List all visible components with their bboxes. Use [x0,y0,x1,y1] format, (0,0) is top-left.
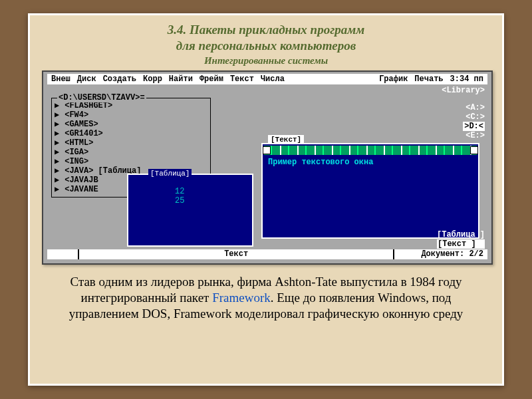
statusbar: Текст Документ: 2/2 [47,249,487,259]
label-text[interactable]: [Текст ] [437,239,485,249]
caption-link: Framework [212,291,271,305]
file-item: ▶ <GAMES> [55,120,207,129]
title-line2: для персональных компьютеров [42,38,490,54]
menu-text[interactable]: Текст [230,74,254,84]
file-item: ▶ <ING> [55,157,207,166]
menu-frame[interactable]: Фрейм [200,74,223,84]
table-value: 25 [175,196,252,205]
label-table[interactable]: [Таблица ] [437,230,485,239]
file-window-path: <D:\USERSD\TZAVV>= [57,93,146,102]
subtitle: Интегрированные системы [42,55,490,66]
clock: 3:34 пп [450,74,483,84]
menu-print[interactable]: Печать [414,74,443,84]
drive-a[interactable]: <A:> [463,103,485,112]
table-window-title: [Таблица] [148,169,192,178]
text-window-content: Пример текстового окна [263,156,478,168]
menu-korr[interactable]: Корр [143,74,162,84]
menu-vnesh[interactable]: Внеш [51,74,70,84]
text-window-ruler [264,146,477,155]
menu-numbers[interactable]: Числа [261,74,285,84]
file-item: ▶ <IGA> [55,148,207,157]
library-label: <Library> [442,86,485,95]
menu-create[interactable]: Создать [103,74,136,84]
slide: 3.4. Пакеты прикладных программ для перс… [28,13,504,386]
drive-d[interactable]: >D:< [463,122,485,131]
table-window[interactable]: [Таблица] 12 25 [127,174,253,247]
status-doc: Документ: 2/2 [421,249,483,259]
menubar: Внеш Диск Создать Корр Найти Фрейм Текст… [47,74,487,84]
file-item: ▶ <HTML> [55,138,207,148]
file-item: ▶ <FLASHGET> [55,101,207,110]
menu-disk[interactable]: Диск [77,74,96,84]
file-item: ▶ <GR1401> [55,129,207,138]
caption: Став одним из лидеров рынка, фирма Ashto… [42,274,490,323]
text-window-tab: [Текст] [268,135,304,144]
dos-screenshot: Внеш Диск Создать Корр Найти Фрейм Текст… [42,70,493,265]
menu-graph[interactable]: График [379,74,408,84]
title-line1: 3.4. Пакеты прикладных программ [42,22,490,38]
table-value: 12 [175,187,252,196]
bottom-labels: [Таблица ] [Текст ] [437,230,485,249]
menu-find[interactable]: Найти [169,74,193,84]
status-mode: Текст [106,249,366,259]
title-block: 3.4. Пакеты прикладных программ для перс… [42,22,490,66]
drive-list: <A:> <C:> >D:< <E:> [463,103,485,140]
drive-c[interactable]: <C:> [463,112,485,122]
file-item: ▶ <FW4> [55,110,207,120]
drive-e[interactable]: <E:> [463,131,485,140]
text-window[interactable]: [Текст] Пример текстового окна [261,143,479,239]
